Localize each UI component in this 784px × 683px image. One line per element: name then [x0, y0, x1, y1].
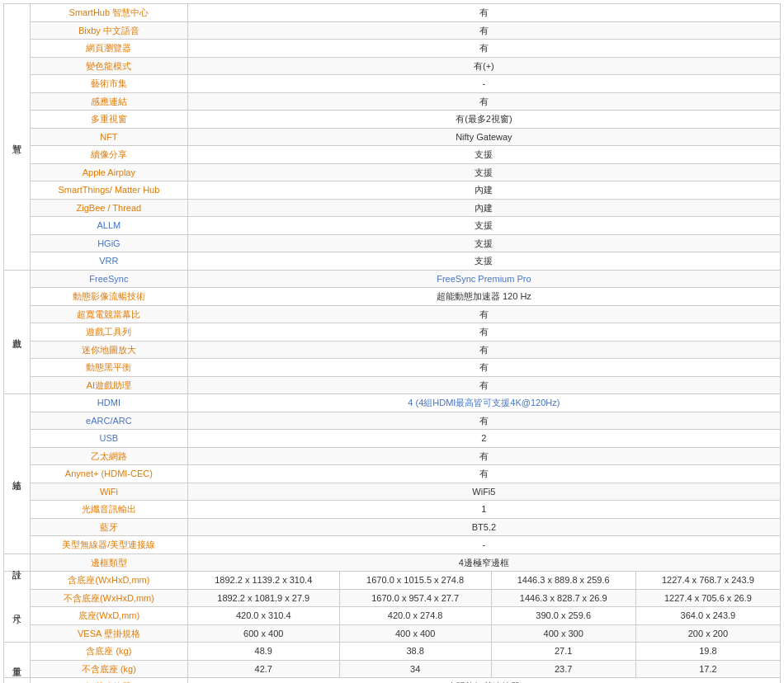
value-cell: 364.0 x 243.9: [635, 607, 780, 625]
feature-name-cell: 變色龍模式: [31, 57, 188, 75]
feature-name-cell: 續像分享: [31, 146, 188, 164]
value-cell: 太陽能智慧遙控器: [187, 678, 780, 684]
value-cell: 有: [187, 40, 780, 58]
value-cell: 38.8: [339, 643, 491, 661]
specs-table: 智慧SmartHub 智慧中心有Bixby 中文語音有網頁瀏覽器有變色龍模式有(…: [3, 3, 781, 683]
feature-name-cell: 光纖音訊輸出: [31, 501, 188, 519]
feature-name-cell: ZigBee / Thread: [31, 199, 188, 217]
feature-name-cell: VRR: [31, 252, 188, 271]
feature-name-cell: 多重視窗: [31, 111, 188, 129]
feature-name-cell: 藍牙: [31, 518, 188, 536]
value-cell: 200 x 200: [635, 624, 780, 643]
feature-name-cell: Anynet+ (HDMI-CEC): [31, 465, 188, 483]
feature-name-cell: 藝術市集: [31, 75, 188, 93]
value-cell: 42.7: [187, 660, 339, 678]
feature-name-cell: AI遊戲助理: [31, 376, 188, 394]
value-cell: 400 x 400: [339, 624, 491, 643]
value-cell: 支援: [187, 163, 780, 181]
value-cell: 17.2: [635, 660, 780, 678]
feature-name-cell: NFT: [31, 128, 188, 146]
feature-name-cell: HDMI: [31, 394, 188, 412]
value-cell: -: [187, 536, 780, 554]
feature-name-cell: 智慧遙控器: [31, 678, 188, 684]
category-cell: 連結: [4, 394, 31, 554]
feature-name-cell: Bixby 中文語音: [31, 21, 188, 40]
value-cell: 1227.4 x 705.6 x 26.9: [635, 589, 780, 607]
value-cell: 4 (4組HDMI最高皆可支援4K@120Hz): [187, 394, 780, 412]
value-cell: 1: [187, 501, 780, 519]
feature-name-cell: ALLM: [31, 217, 188, 235]
value-cell: BT5.2: [187, 518, 780, 536]
feature-name-cell: 超寬電競當幕比: [31, 305, 188, 323]
value-cell: 1446.3 x 889.8 x 259.6: [491, 572, 635, 590]
value-cell: 有: [187, 447, 780, 465]
feature-name-cell: WiFi: [31, 483, 188, 501]
category-cell: 智慧: [4, 4, 31, 271]
value-cell: 420.0 x 310.4: [187, 607, 339, 625]
main-container: 智慧SmartHub 智慧中心有Bixby 中文語音有網頁瀏覽器有變色龍模式有(…: [0, 0, 784, 683]
value-cell: 有(+): [187, 57, 780, 75]
feature-name-cell: 含底座(WxHxD,mm): [31, 572, 188, 590]
feature-name-cell: 遊戲工具列: [31, 323, 188, 342]
category-cell: 重量: [4, 643, 31, 678]
feature-name-cell: eARC/ARC: [31, 412, 188, 430]
category-cell: 遊戲: [4, 270, 31, 394]
value-cell: 1227.4 x 768.7 x 243.9: [635, 572, 780, 590]
value-cell: 4邊極窄邊框: [187, 553, 780, 572]
value-cell: 支援: [187, 217, 780, 235]
value-cell: 有(最多2視窗): [187, 111, 780, 129]
feature-name-cell: SmartThings/ Matter Hub: [31, 181, 188, 200]
value-cell: WiFi5: [187, 483, 780, 501]
feature-name-cell: VESA 壁掛規格: [31, 624, 188, 643]
value-cell: 48.9: [187, 643, 339, 661]
value-cell: 19.8: [635, 643, 780, 661]
feature-name-cell: 底座(WxD,mm): [31, 607, 188, 625]
feature-name-cell: 感應連結: [31, 92, 188, 111]
value-cell: 有: [187, 4, 780, 22]
value-cell: 1892.2 x 1139.2 x 310.4: [187, 572, 339, 590]
value-cell: 有: [187, 21, 780, 40]
feature-name-cell: 邊框類型: [31, 553, 188, 572]
value-cell: 有: [187, 412, 780, 430]
category-cell: 設計: [4, 553, 31, 572]
value-cell: 有: [187, 305, 780, 323]
value-cell: 34: [339, 660, 491, 678]
value-cell: 支援: [187, 146, 780, 164]
feature-name-cell: 含底座 (kg): [31, 643, 188, 661]
value-cell: 有: [187, 376, 780, 394]
feature-name-cell: 乙太網路: [31, 447, 188, 465]
value-cell: 超能動態加速器 120 Hz: [187, 288, 780, 306]
value-cell: -: [187, 75, 780, 93]
value-cell: 內建: [187, 199, 780, 217]
value-cell: 420.0 x 274.8: [339, 607, 491, 625]
value-cell: 1892.2 x 1081.9 x 27.9: [187, 589, 339, 607]
value-cell: 有: [187, 359, 780, 377]
value-cell: 內建: [187, 181, 780, 200]
category-cell: 尺寸: [4, 572, 31, 643]
feature-name-cell: 動態黑平衡: [31, 359, 188, 377]
value-cell: FreeSync Premium Pro: [187, 270, 780, 288]
value-cell: Nifty Gateway: [187, 128, 780, 146]
feature-name-cell: 網頁瀏覽器: [31, 40, 188, 58]
feature-name-cell: SmartHub 智慧中心: [31, 4, 188, 22]
value-cell: 2: [187, 430, 780, 448]
feature-name-cell: HGiG: [31, 234, 188, 252]
value-cell: 1446.3 x 828.7 x 26.9: [491, 589, 635, 607]
feature-name-cell: Apple Airplay: [31, 163, 188, 181]
value-cell: 23.7: [491, 660, 635, 678]
feature-name-cell: 美型無線器/美型連接線: [31, 536, 188, 554]
value-cell: 1670.0 x 1015.5 x 274.8: [339, 572, 491, 590]
feature-name-cell: FreeSync: [31, 270, 188, 288]
feature-name-cell: 迷你地圖放大: [31, 341, 188, 359]
value-cell: 600 x 400: [187, 624, 339, 643]
feature-name-cell: USB: [31, 430, 188, 448]
value-cell: 有: [187, 92, 780, 111]
category-cell: 配件: [4, 678, 31, 684]
value-cell: 支援: [187, 234, 780, 252]
feature-name-cell: 不含底座(WxHxD,mm): [31, 589, 188, 607]
value-cell: 有: [187, 341, 780, 359]
value-cell: 有: [187, 323, 780, 342]
value-cell: 支援: [187, 252, 780, 271]
value-cell: 1670.0 x 957.4 x 27.7: [339, 589, 491, 607]
feature-name-cell: 不含底座 (kg): [31, 660, 188, 678]
